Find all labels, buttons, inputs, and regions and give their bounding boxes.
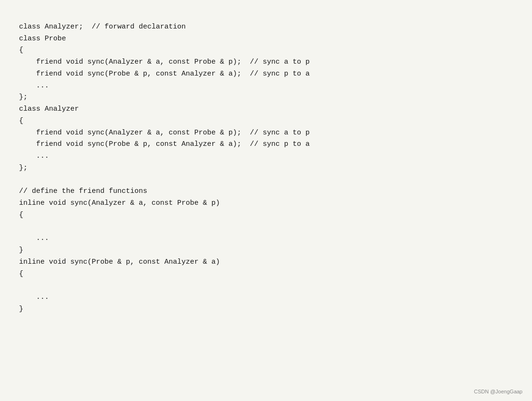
code-line	[19, 174, 513, 186]
code-line: {	[19, 45, 513, 57]
code-line: ...	[19, 151, 513, 162]
code-line: inline void sync(Probe & p, const Analyz…	[19, 257, 513, 268]
code-line: };	[19, 92, 513, 104]
code-line: class Analyzer; // forward declaration	[19, 21, 513, 33]
code-line: }	[19, 304, 513, 315]
code-line: class Probe	[19, 33, 513, 45]
code-line: inline void sync(Analyzer & a, const Pro…	[19, 198, 513, 210]
code-line	[19, 280, 513, 292]
code-line: // define the friend functions	[19, 186, 513, 198]
code-line: ...	[19, 80, 513, 92]
code-line: }	[19, 245, 513, 257]
code-line: };	[19, 162, 513, 174]
code-line: friend void sync(Probe & p, const Analyz…	[19, 68, 513, 80]
code-line: {	[19, 115, 513, 127]
code-line: class Analyzer	[19, 104, 513, 115]
code-line	[19, 221, 513, 233]
code-block: class Analyzer; // forward declarationcl…	[0, 0, 532, 334]
code-line: ...	[19, 233, 513, 245]
watermark-label: CSDN @JoengGaap	[474, 389, 522, 394]
code-line: friend void sync(Analyzer & a, const Pro…	[19, 127, 513, 139]
code-line: friend void sync(Analyzer & a, const Pro…	[19, 57, 513, 68]
code-line: {	[19, 210, 513, 221]
code-line: friend void sync(Probe & p, const Analyz…	[19, 139, 513, 151]
code-line: {	[19, 268, 513, 280]
code-line: ...	[19, 292, 513, 304]
